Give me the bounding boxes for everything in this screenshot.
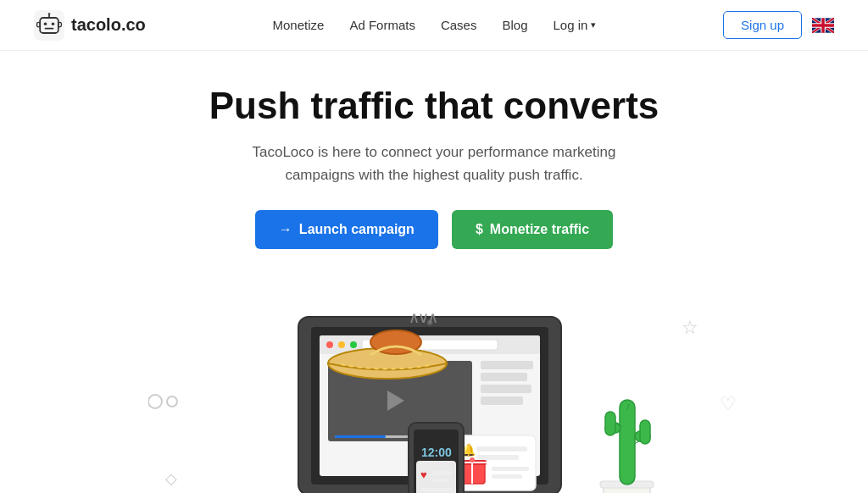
svg-rect-27 — [481, 361, 533, 369]
svg-rect-28 — [481, 373, 527, 381]
monetize-traffic-button[interactable]: $ Monetize traffic — [452, 210, 613, 249]
svg-rect-58 — [605, 412, 615, 435]
nav-blog[interactable]: Blog — [502, 18, 527, 32]
svg-point-2 — [44, 22, 47, 25]
svg-rect-56 — [620, 400, 635, 485]
arrow-right-icon: → — [279, 222, 292, 237]
svg-rect-34 — [476, 455, 519, 460]
hero-section: Push traffic that converts TacoLoco is h… — [0, 51, 868, 291]
brand-name: tacolo.co — [71, 15, 146, 35]
nav-login[interactable]: Log in — [554, 18, 597, 32]
monetize-traffic-label: Monetize traffic — [490, 222, 589, 237]
svg-rect-48 — [432, 471, 453, 475]
svg-point-8 — [48, 13, 51, 15]
dollar-icon: $ — [476, 222, 483, 237]
hero-subtext: TacoLoco is here to connect your perform… — [222, 141, 646, 186]
svg-rect-30 — [481, 396, 523, 405]
nav-ad-formats[interactable]: Ad Formats — [349, 18, 415, 32]
illustration-area: ∧∨∧ ☆ ♡ ◇ — [0, 291, 868, 493]
svg-text:♥: ♥ — [420, 468, 427, 481]
hero-buttons: → Launch campaign $ Monetize traffic — [17, 210, 851, 249]
svg-rect-40 — [492, 467, 529, 471]
flag-icon — [812, 18, 834, 33]
svg-point-11 — [167, 396, 177, 407]
logo-icon — [34, 10, 64, 41]
nav-links: Monetize Ad Formats Cases Blog Log in — [273, 18, 597, 33]
signup-button[interactable]: Sign up — [723, 11, 802, 39]
logo[interactable]: tacolo.co — [34, 10, 146, 41]
svg-rect-41 — [492, 474, 522, 479]
svg-rect-50 — [420, 488, 453, 491]
nav-right: Sign up — [723, 11, 834, 39]
zigzag-decoration: ∧∨∧ — [409, 308, 437, 327]
svg-point-20 — [338, 341, 345, 348]
nav-cases[interactable]: Cases — [441, 18, 477, 32]
svg-rect-33 — [476, 446, 527, 451]
svg-rect-26 — [335, 435, 386, 438]
svg-point-19 — [326, 341, 333, 348]
star-decoration: ☆ — [682, 317, 698, 339]
svg-rect-60 — [640, 420, 650, 444]
svg-point-3 — [52, 22, 55, 25]
heart-decoration: ♡ — [720, 393, 737, 415]
svg-text:12:00: 12:00 — [421, 446, 452, 459]
launch-campaign-label: Launch campaign — [299, 222, 415, 237]
circles-decoration — [148, 393, 182, 413]
navbar: tacolo.co Monetize Ad Formats Cases Blog… — [0, 0, 868, 51]
launch-campaign-button[interactable]: → Launch campaign — [255, 210, 438, 249]
svg-rect-4 — [45, 27, 54, 29]
svg-point-39 — [470, 457, 475, 463]
nav-monetize[interactable]: Monetize — [273, 18, 325, 32]
hero-heading: Push traffic that converts — [17, 85, 851, 127]
svg-rect-49 — [432, 479, 449, 482]
svg-rect-29 — [481, 385, 531, 393]
svg-point-21 — [350, 341, 357, 348]
svg-point-10 — [148, 395, 162, 408]
diamond-decoration: ◇ — [165, 469, 177, 488]
